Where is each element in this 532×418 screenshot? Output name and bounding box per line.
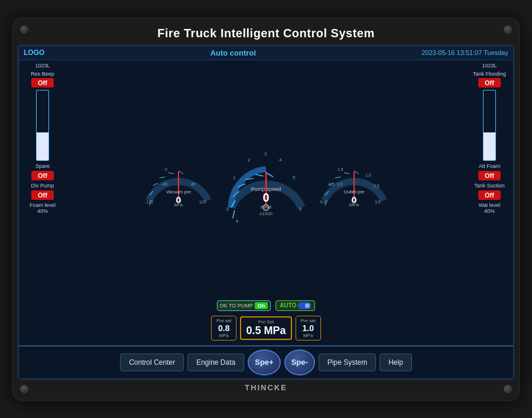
preset-left: Pre set 0.8 MPa [211, 316, 236, 341]
svg-text:1.5: 1.5 [338, 167, 343, 171]
vacuum-gauge: -120 0 120 -40 40 Vacuum pre 0 kPa [140, 153, 217, 206]
vacuum-gauge-svg: -120 0 120 -40 40 Vacuum pre 0 kPa [140, 153, 217, 206]
bottom-nav: Control Center Engine Data Spe+ Spe- Pip… [19, 345, 513, 378]
screw-bl [20, 385, 28, 393]
spare-button[interactable]: Off [31, 171, 54, 180]
engine-data-button[interactable]: Engine Data [187, 354, 244, 371]
tank-suction-label: Tank Suction [474, 183, 505, 189]
svg-line-24 [231, 210, 236, 219]
tank-left-level: 1023L [35, 63, 50, 69]
svg-text:Outlet pre: Outlet pre [343, 189, 365, 195]
pipe-system-button[interactable]: Pipe System [319, 354, 376, 371]
preset-right-value: 1.0 [301, 323, 316, 333]
svg-text:2.0: 2.0 [365, 173, 371, 177]
ok-to-pump-status: On [255, 302, 268, 309]
preset-left-value: 0.8 [216, 323, 231, 333]
help-button[interactable]: Help [379, 354, 412, 371]
svg-text:-40: -40 [161, 182, 167, 186]
att-foam-label: Att Foam [479, 163, 501, 170]
right-panel: 1023L Tank Flooding Off Att Foam Off Tan… [468, 63, 511, 343]
svg-text:120: 120 [199, 200, 206, 204]
tank-suction-group: Tank Suction Off [474, 183, 505, 200]
svg-text:0.5: 0.5 [329, 182, 335, 186]
spare-group: Spare Off [31, 163, 54, 180]
header-logo: LOGO [24, 48, 44, 57]
control-center-button[interactable]: Control Center [120, 354, 184, 371]
tank-left-fill [37, 132, 48, 160]
svg-text:-120: -120 [145, 200, 153, 204]
att-foam-group: Att Foam Off [478, 163, 501, 180]
svg-text:0: 0 [165, 167, 167, 171]
pump-speed-svg: 0 1 2 3 4 5 6 Pump speed 0 [220, 137, 312, 222]
toggle-knob [298, 302, 311, 309]
svg-text:3.0: 3.0 [375, 200, 381, 204]
device-frame: Fire Truck Intelligent Control System LO… [12, 17, 520, 401]
screw-tr [504, 25, 512, 34]
auto-toggle[interactable]: AUTO [275, 300, 315, 311]
screw-tl [20, 25, 28, 34]
svg-text:kPa: kPa [174, 202, 183, 206]
tank-right-fill [484, 132, 495, 160]
speed-minus-button[interactable]: Spe- [284, 349, 315, 375]
pump-speed-gauge: 0 1 2 3 4 5 6 Pump speed 0 [220, 137, 312, 222]
res-beep-group: Res Beep Off [31, 71, 54, 88]
brand-label: THINCKE [245, 380, 287, 393]
main-content: 1023L Res Beep Off Spare Off Div Pump Of… [19, 60, 513, 345]
svg-text:1: 1 [233, 175, 236, 180]
preset-main-value: 0.5 MPa [246, 325, 286, 337]
svg-text:40: 40 [191, 182, 196, 186]
preset-main: Pre Set 0.5 MPa [240, 316, 291, 340]
svg-line-8 [168, 171, 173, 175]
spare-label: Spare [35, 163, 50, 170]
preset-left-title: Pre set [216, 318, 231, 323]
outlet-gauge-svg: 0.0 1.5 3.0 0.5 2.0 2.5 1.0 Outlet pre 0… [316, 153, 392, 206]
outlet-gauge: 0.0 1.5 3.0 0.5 2.0 2.5 1.0 Outlet pre 0… [316, 153, 392, 206]
tank-right-level: 1023L [482, 63, 497, 69]
svg-line-9 [179, 171, 183, 174]
preset-row: Pre set 0.8 MPa Pre Set 0.5 MPa Pre set … [66, 315, 466, 343]
svg-line-23 [233, 220, 241, 222]
left-panel: 1023L Res Beep Off Spare Off Div Pump Of… [21, 63, 64, 343]
tank-flooding-button[interactable]: Off [478, 78, 501, 88]
svg-text:1.0: 1.0 [337, 182, 343, 186]
auto-label: AUTO [280, 302, 296, 309]
tank-right-indicator [483, 90, 496, 161]
pump-speed-gauge-wrap: 0 1 2 3 4 5 6 Pump speed 0 [220, 137, 312, 222]
screen: LOGO Auto control 2023-05-16 13:51:07 Tu… [18, 45, 514, 380]
tank-suction-button[interactable]: Off [478, 190, 501, 200]
svg-text:4: 4 [279, 157, 282, 163]
center-panel: -120 0 120 -40 40 Vacuum pre 0 kPa [66, 63, 466, 343]
foam-level: Foam level40% [30, 202, 56, 214]
svg-text:3: 3 [264, 151, 267, 157]
screw-br [504, 385, 512, 393]
svg-line-52 [343, 171, 349, 175]
controls-row: OK TO PUMP On AUTO [66, 299, 466, 312]
div-pump-group: Div Pump Off [31, 183, 54, 200]
preset-left-unit: MPa [216, 333, 231, 338]
preset-right-unit: MPa [301, 333, 316, 338]
svg-line-53 [354, 171, 359, 174]
svg-text:x1000: x1000 [259, 211, 273, 216]
svg-text:2.5: 2.5 [374, 184, 379, 188]
vacuum-gauge-wrap: -120 0 120 -40 40 Vacuum pre 0 kPa [140, 153, 217, 206]
res-beep-label: Res Beep [31, 71, 54, 77]
svg-text:0: 0 [226, 206, 229, 212]
header-datetime: 2023-05-16 13:51:07 Tuesday [421, 49, 508, 56]
svg-text:5: 5 [293, 175, 296, 180]
header-mode: Auto control [210, 48, 256, 57]
res-beep-button[interactable]: Off [31, 78, 54, 88]
div-pump-button[interactable]: Off [31, 190, 54, 200]
svg-text:RPM: RPM [261, 205, 271, 210]
preset-right-title: Pre set [301, 318, 316, 323]
wat-level: Wat level40% [479, 202, 501, 214]
tank-left-indicator [36, 90, 49, 161]
svg-line-51 [335, 174, 340, 180]
speed-plus-button[interactable]: Spe+ [248, 349, 280, 375]
tank-flooding-group: Tank Flooding Off [473, 71, 506, 88]
preset-right: Pre set 1.0 MPa [296, 316, 321, 341]
div-pump-label: Div Pump [31, 183, 54, 189]
header-bar: LOGO Auto control 2023-05-16 13:51:07 Tu… [19, 46, 513, 60]
page-title: Fire Truck Intelligent Control System [157, 23, 374, 45]
svg-line-30 [266, 173, 273, 177]
att-foam-button[interactable]: Off [478, 171, 501, 180]
